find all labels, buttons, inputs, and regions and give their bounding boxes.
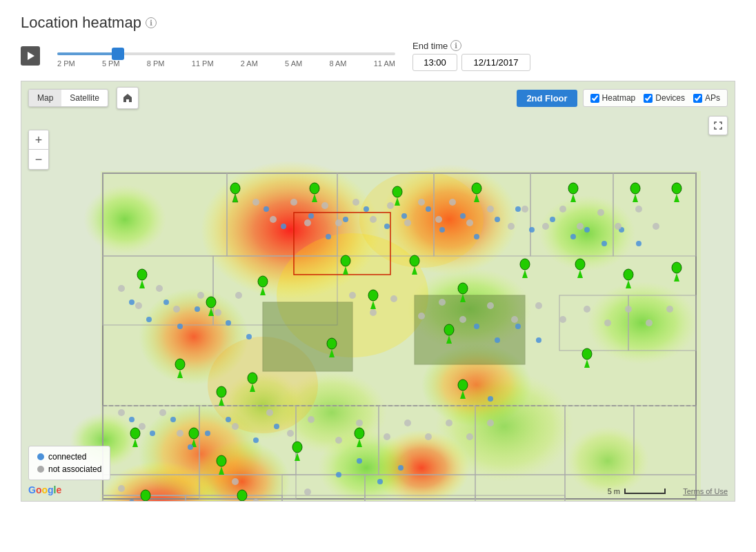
page-info-icon[interactable]: ℹ: [146, 17, 157, 28]
svg-point-148: [529, 227, 535, 233]
svg-point-164: [253, 437, 259, 443]
map-top-right-controls: 2nd Floor Heatmap Devices APs: [517, 89, 728, 107]
end-date-field[interactable]: [461, 54, 530, 71]
svg-point-237: [559, 316, 566, 323]
svg-point-230: [390, 295, 397, 302]
page-title: Location heatmap: [21, 14, 141, 32]
map-zoom-controls: + −: [28, 130, 49, 170]
svg-point-60: [310, 183, 319, 194]
svg-point-90: [624, 269, 633, 280]
svg-point-201: [321, 202, 328, 209]
legend-connected: connected: [37, 452, 101, 462]
svg-point-142: [426, 206, 431, 212]
svg-point-161: [188, 444, 193, 450]
svg-point-222: [135, 302, 142, 309]
svg-point-255: [425, 433, 432, 440]
svg-point-110: [292, 442, 302, 453]
svg-point-217: [597, 209, 604, 216]
svg-point-135: [281, 224, 286, 229]
svg-point-193: [495, 337, 500, 343]
heatmap-layer-checkbox[interactable]: Heatmap: [590, 93, 636, 103]
svg-point-158: [129, 417, 135, 422]
fullscreen-button[interactable]: [708, 116, 728, 135]
svg-point-194: [515, 324, 521, 329]
svg-point-213: [521, 206, 528, 213]
svg-point-163: [226, 417, 231, 422]
slider-thumb[interactable]: [112, 48, 124, 60]
heatmap-svg: [21, 81, 735, 501]
svg-point-232: [439, 299, 446, 306]
end-time-label: End time ℹ: [412, 40, 530, 51]
svg-point-209: [449, 199, 456, 206]
svg-point-182: [398, 465, 404, 471]
svg-point-257: [466, 433, 473, 440]
time-label-8am: 8 AM: [329, 59, 346, 68]
svg-point-11: [83, 185, 166, 254]
slider-labels: 2 PM 5 PM 8 PM 11 PM 2 AM 5 AM 8 AM 11 A…: [57, 59, 395, 68]
svg-point-64: [472, 183, 481, 194]
svg-point-149: [550, 217, 555, 222]
terms-of-use-link[interactable]: Terms of Use: [683, 487, 728, 495]
heatmap-checkbox[interactable]: [590, 94, 599, 103]
svg-point-139: [364, 206, 369, 212]
svg-point-80: [368, 290, 378, 301]
svg-point-23: [359, 171, 484, 268]
connected-label: connected: [48, 452, 86, 462]
svg-point-231: [418, 313, 425, 319]
aps-layer-checkbox[interactable]: APs: [693, 93, 720, 103]
devices-layer-checkbox[interactable]: Devices: [644, 93, 685, 103]
map-home-button[interactable]: [117, 87, 139, 109]
svg-point-239: [604, 319, 611, 326]
svg-point-138: [343, 217, 348, 222]
timeline-slider-container: 2 PM 5 PM 8 PM 11 PM 2 AM 5 AM 8 AM 11 A…: [54, 44, 399, 68]
svg-point-147: [515, 206, 521, 212]
svg-point-195: [536, 337, 541, 343]
svg-point-214: [542, 223, 549, 230]
end-time-field[interactable]: [412, 54, 457, 71]
svg-point-240: [625, 306, 632, 313]
aps-checkbox[interactable]: [693, 94, 702, 103]
svg-point-114: [458, 379, 468, 391]
svg-point-92: [672, 262, 682, 273]
svg-point-78: [341, 255, 350, 266]
svg-point-244: [139, 423, 146, 430]
svg-point-151: [129, 299, 135, 305]
svg-point-159: [150, 431, 155, 436]
svg-point-211: [487, 206, 494, 213]
svg-point-88: [575, 259, 585, 270]
svg-point-251: [335, 437, 342, 444]
svg-point-252: [356, 420, 363, 426]
svg-point-229: [370, 309, 377, 316]
map-type-buttons: Map Satellite: [28, 89, 108, 107]
zoom-in-button[interactable]: +: [29, 130, 48, 150]
map-type-satellite-btn[interactable]: Satellite: [61, 90, 108, 106]
devices-checkbox[interactable]: [644, 94, 653, 103]
svg-point-254: [404, 420, 411, 426]
svg-point-242: [666, 306, 673, 313]
not-associated-label: not associated: [48, 464, 101, 474]
svg-point-150: [570, 234, 576, 239]
layer-checkboxes: Heatmap Devices APs: [583, 89, 728, 107]
svg-point-245: [159, 409, 166, 416]
end-time-info-icon[interactable]: ℹ: [450, 40, 461, 51]
svg-point-145: [474, 234, 479, 239]
svg-point-258: [487, 420, 494, 426]
svg-point-96: [217, 386, 226, 397]
svg-point-198: [270, 216, 277, 223]
end-time-section: End time ℹ: [412, 40, 530, 71]
svg-point-202: [335, 219, 342, 226]
svg-point-13: [435, 371, 573, 482]
map-type-map-btn[interactable]: Map: [29, 90, 61, 106]
svg-point-12: [587, 282, 697, 364]
svg-point-68: [630, 183, 640, 194]
map-container[interactable]: Map Satellite 2nd Floor Heatmap: [21, 81, 735, 502]
zoom-out-button[interactable]: −: [29, 150, 48, 169]
svg-point-118: [141, 490, 150, 501]
scale-label: 5 m: [608, 487, 620, 495]
svg-point-181: [377, 479, 383, 484]
svg-point-210: [466, 219, 473, 226]
svg-point-70: [672, 183, 682, 194]
svg-point-116: [582, 348, 592, 359]
svg-point-134: [263, 206, 269, 212]
play-button[interactable]: [21, 46, 40, 66]
